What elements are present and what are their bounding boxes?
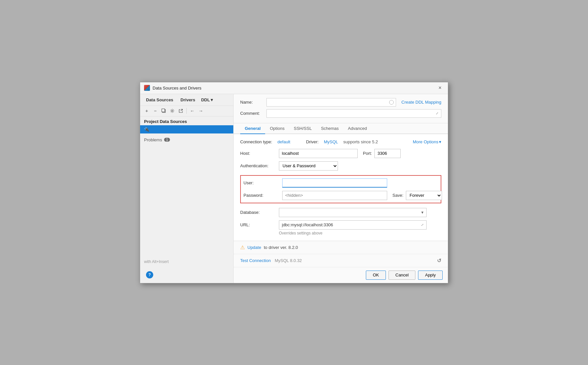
form-grid: Host: Port: Authentication: User & Passw…: [240, 149, 441, 235]
database-value-row: ▾: [279, 208, 441, 217]
update-text: to driver ver. 8.2.0: [264, 245, 298, 250]
update-bar: ⚠ Update to driver ver. 8.2.0: [234, 241, 448, 254]
problems-label: Problems: [144, 137, 162, 142]
test-connection-button[interactable]: Test Connection: [240, 258, 271, 263]
export-icon: [178, 109, 183, 113]
dialog-footer: ⚠ Update to driver ver. 8.2.0 Test Conne…: [234, 241, 448, 283]
forward-button[interactable]: →: [197, 107, 205, 115]
password-input[interactable]: [282, 191, 387, 200]
tab-schemas[interactable]: Schemas: [316, 123, 343, 134]
name-radio-icon: [389, 100, 394, 105]
button-bar: OK Cancel Apply: [234, 267, 448, 283]
tab-data-sources[interactable]: Data Sources: [143, 96, 177, 104]
user-pass-grid: User: Password: Save:: [243, 178, 438, 200]
tab-advanced[interactable]: Advanced: [343, 123, 371, 134]
left-toolbar: + − ← →: [140, 106, 233, 116]
add-button[interactable]: +: [143, 107, 151, 115]
ddl-label: DDL: [201, 97, 210, 102]
database-input[interactable]: [279, 208, 418, 217]
connection-type-label: Connection type:: [240, 139, 272, 144]
warning-icon: ⚠: [240, 244, 245, 251]
name-row: Name: Create DDL Mapping: [240, 98, 441, 107]
comment-input[interactable]: [267, 110, 433, 117]
update-link[interactable]: Update: [247, 245, 261, 250]
tab-options[interactable]: Options: [265, 123, 289, 134]
svg-point-2: [172, 110, 173, 112]
auth-label: Authentication:: [240, 163, 276, 168]
ok-button[interactable]: OK: [366, 271, 386, 280]
right-header: Name: Create DDL Mapping Comment: ⤢: [234, 94, 448, 123]
test-connection-bar: Test Connection MySQL 8.0.32 ↺: [234, 254, 448, 267]
port-label: Port:: [363, 151, 372, 156]
more-options-chevron-icon: ▾: [439, 139, 441, 144]
url-expand-icon[interactable]: ⤢: [419, 222, 426, 228]
selected-datasource-item[interactable]: 🔌: [140, 125, 233, 133]
host-label: Host:: [240, 151, 276, 156]
comment-label: Comment:: [240, 111, 266, 116]
url-label: URL:: [240, 222, 276, 227]
url-value-row: ⤢: [279, 220, 441, 230]
project-data-sources-label: Project Data Sources: [140, 116, 233, 125]
driver-info: supports since 5.2: [343, 139, 378, 144]
shortcut-hint: with Alt+Insert: [140, 257, 233, 267]
problems-section: Problems 1: [140, 133, 233, 146]
database-chevron-icon[interactable]: ▾: [418, 209, 426, 216]
more-options-button[interactable]: More Options ▾: [413, 139, 441, 144]
dialog: Data Sources and Drivers × Data Sources …: [140, 82, 448, 283]
test-connection-info: MySQL 8.0.32: [275, 258, 302, 263]
tab-ssh-ssl[interactable]: SSH/SSL: [289, 123, 316, 134]
dialog-body: Data Sources Drivers DDL ▾ + −: [140, 94, 448, 283]
create-ddl-link[interactable]: Create DDL Mapping: [401, 100, 441, 105]
connection-type-value[interactable]: default: [278, 139, 290, 144]
back-button[interactable]: ←: [188, 107, 196, 115]
user-label: User:: [243, 180, 280, 185]
comment-input-wrap: ⤢: [266, 109, 441, 118]
tab-ddl[interactable]: DDL ▾: [199, 96, 215, 104]
host-input[interactable]: [279, 149, 358, 158]
copy-button[interactable]: [160, 107, 168, 115]
database-select-wrap[interactable]: ▾: [279, 208, 427, 217]
config-icon: [170, 109, 175, 113]
database-label: Database:: [240, 210, 276, 215]
tab-drivers[interactable]: Drivers: [177, 96, 199, 104]
name-input[interactable]: [267, 98, 389, 106]
driver-value[interactable]: MySQL: [324, 139, 338, 144]
config-button[interactable]: [168, 107, 176, 115]
title-bar: Data Sources and Drivers ×: [140, 82, 448, 94]
comment-row: Comment: ⤢: [240, 109, 441, 118]
svg-rect-1: [162, 109, 165, 112]
apply-button[interactable]: Apply: [418, 271, 443, 280]
app-icon: [144, 85, 150, 91]
auth-select[interactable]: User & Password No auth LDAP Kerberos: [279, 161, 338, 171]
export-button[interactable]: [177, 107, 185, 115]
cancel-button[interactable]: Cancel: [388, 271, 415, 280]
remove-button[interactable]: −: [151, 107, 159, 115]
tab-general[interactable]: General: [240, 123, 265, 134]
user-pass-container: User: Password: Save:: [240, 174, 441, 205]
password-value-row: Save: Forever For session Never: [282, 191, 442, 200]
user-value-row: [282, 178, 442, 188]
expand-comment-icon[interactable]: ⤢: [434, 110, 440, 117]
problems-badge: 1: [164, 138, 170, 142]
save-label: Save:: [392, 193, 403, 198]
toolbar-separator: [186, 108, 187, 114]
name-input-wrap: [266, 98, 396, 107]
driver-label: Driver:: [306, 139, 319, 144]
url-input-wrap: ⤢: [279, 220, 427, 230]
url-input[interactable]: [279, 221, 418, 229]
copy-icon: [161, 109, 166, 113]
reset-button[interactable]: ↺: [437, 257, 441, 264]
name-label: Name:: [240, 100, 266, 105]
help-button[interactable]: ?: [146, 271, 153, 278]
datasource-icon: 🔌: [144, 127, 149, 132]
right-tabs: General Options SSH/SSL Schemas Advanced: [234, 123, 448, 134]
user-input[interactable]: [282, 178, 387, 188]
auth-value-row: User & Password No auth LDAP Kerberos: [279, 161, 441, 171]
content-area: Connection type: default Driver: MySQL s…: [234, 134, 448, 241]
save-select[interactable]: Forever For session Never: [406, 191, 442, 200]
right-panel: Name: Create DDL Mapping Comment: ⤢: [234, 94, 448, 283]
port-input[interactable]: [374, 149, 401, 158]
close-button[interactable]: ×: [436, 84, 444, 92]
dialog-title: Data Sources and Drivers: [153, 86, 436, 91]
host-value-row: Port:: [279, 149, 441, 158]
